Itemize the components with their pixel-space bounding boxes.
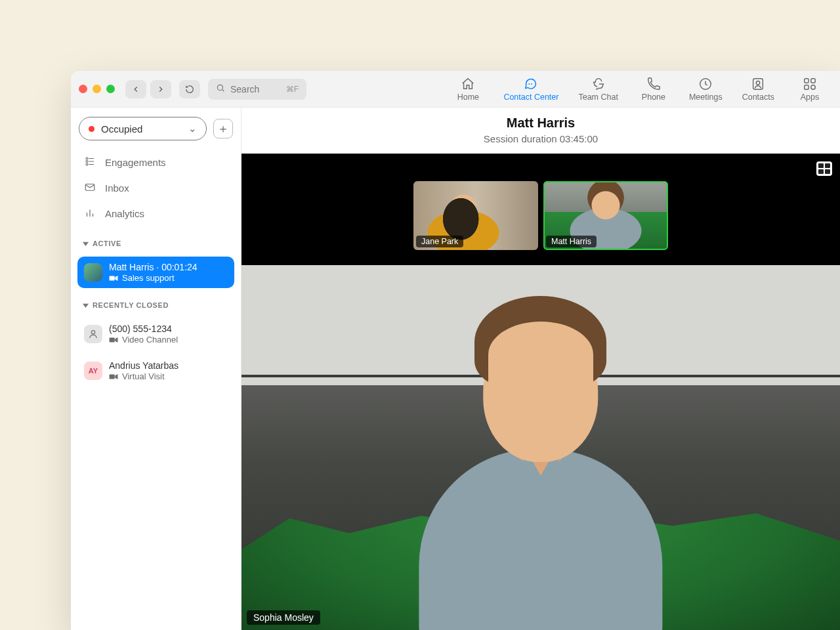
chevron-down-icon: ⌄ [188,123,197,135]
view-layout-button[interactable] [816,161,832,176]
sliders-icon [84,156,96,169]
svg-marker-24 [83,303,89,307]
zoom-window-button[interactable] [106,85,115,93]
sidebar-item-analytics[interactable]: Analytics [77,201,234,226]
svg-rect-5 [753,78,763,89]
svg-point-11 [86,158,88,159]
caret-down-icon [83,303,89,308]
sidebar: Occupied ⌄ ＋ Engagements Inbox Analytics [71,108,242,630]
svg-point-13 [86,161,88,163]
svg-point-10 [811,85,815,89]
engagement-item[interactable]: (500) 555-1234 Video Channel [77,318,234,350]
svg-marker-29 [115,373,117,379]
avatar: AY [84,362,102,380]
video-thumbnail[interactable]: Jane Park [413,181,538,250]
forward-button[interactable] [150,80,171,98]
engagement-channel: Sales support [109,273,198,283]
nav-contact-center[interactable]: Contact Center [503,77,558,102]
section-label: ACTIVE [93,240,121,247]
new-engagement-button[interactable]: ＋ [213,119,233,138]
section-label: RECENTLY CLOSED [93,301,169,309]
sidebar-item-label: Analytics [105,208,144,219]
titlebar: Search ⌘F Home Contact Center Team Chat … [71,71,840,108]
video-stage[interactable]: Sophia Mosley [242,265,840,630]
nav-label: Contacts [742,93,774,102]
bar-chart-icon [84,207,96,220]
nav-apps[interactable]: Apps [794,77,826,102]
video-person [368,294,715,630]
app-window: Search ⌘F Home Contact Center Team Chat … [71,71,840,630]
session-header: Matt Harris Session duration 03:45:00 [242,108,840,154]
search-placeholder: Search [230,84,259,94]
avatar [84,263,102,282]
engagement-title: Andrius Yatarbas [109,360,178,371]
video-icon [109,373,118,380]
session-duration: Session duration 03:45:00 [242,133,840,144]
session-contact-name: Matt Harris [242,116,840,131]
svg-point-6 [757,81,761,85]
sidebar-item-inbox[interactable]: Inbox [77,175,234,201]
video-icon [109,275,118,282]
engagement-title: (500) 555-1234 [109,324,178,334]
caret-down-icon [83,241,89,247]
sidebar-item-label: Engagements [105,157,166,168]
nav-label: Phone [642,93,665,102]
sidebar-item-engagements[interactable]: Engagements [77,150,234,175]
svg-rect-28 [110,374,115,379]
svg-line-1 [222,89,224,91]
svg-marker-27 [115,337,117,342]
svg-rect-8 [811,78,815,82]
video-thumbnail-speaking[interactable]: Matt Harris [543,181,668,250]
back-button[interactable] [125,80,146,98]
participant-name-badge: Sophia Mosley [247,610,320,625]
engagement-channel: Virtual Visit [109,371,178,381]
status-dot-icon [89,126,94,132]
nav-label: Home [457,93,479,102]
minimize-window-button[interactable] [93,85,101,93]
participant-name-badge: Matt Harris [546,236,597,247]
svg-marker-21 [83,242,89,245]
nav-home[interactable]: Home [452,77,484,102]
svg-rect-22 [110,276,115,280]
svg-point-2 [529,83,530,85]
nav-label: Contact Center [503,93,558,102]
agent-status-dropdown[interactable]: Occupied ⌄ [79,117,207,140]
video-area: Jane Park Matt Harris [242,154,840,630]
window-controls [79,85,115,93]
nav-label: Apps [801,93,820,102]
history-nav [125,80,171,98]
svg-point-25 [91,331,94,334]
engagement-title: Matt Harris · 00:01:24 [109,262,198,272]
search-shortcut: ⌘F [286,85,299,94]
nav-phone[interactable]: Phone [638,77,669,102]
video-thumbnail-strip: Jane Park Matt Harris [413,181,668,250]
close-window-button[interactable] [79,85,87,93]
search-icon [216,83,225,95]
svg-marker-23 [115,275,117,280]
avatar [84,325,102,343]
top-nav: Home Contact Center Team Chat Phone Meet… [452,77,832,102]
search-input[interactable]: Search ⌘F [208,79,306,100]
nav-meetings[interactable]: Meetings [689,77,723,102]
sidebar-nav: Engagements Inbox Analytics [76,146,236,226]
svg-rect-7 [805,78,808,82]
nav-label: Team Chat [578,93,618,102]
section-header-active[interactable]: ACTIVE [76,232,236,251]
mail-icon [84,181,96,195]
video-icon [109,337,118,343]
participant-name-badge: Jane Park [416,236,463,247]
section-header-recently-closed[interactable]: RECENTLY CLOSED [76,293,236,313]
svg-rect-26 [110,337,115,342]
nav-team-chat[interactable]: Team Chat [578,77,618,102]
agent-status-label: Occupied [101,123,142,135]
engagement-channel: Video Channel [109,335,178,345]
main-panel: Matt Harris Session duration 03:45:00 Ja… [242,108,840,630]
svg-point-15 [86,163,88,165]
engagement-item[interactable]: AY Andrius Yatarbas Virtual Visit [77,355,234,387]
history-button[interactable] [179,80,200,98]
svg-point-3 [531,83,532,85]
svg-rect-9 [805,85,808,89]
engagement-item-active[interactable]: Matt Harris · 00:01:24 Sales support [77,257,234,288]
svg-point-0 [217,85,222,90]
nav-contacts[interactable]: Contacts [742,77,774,102]
